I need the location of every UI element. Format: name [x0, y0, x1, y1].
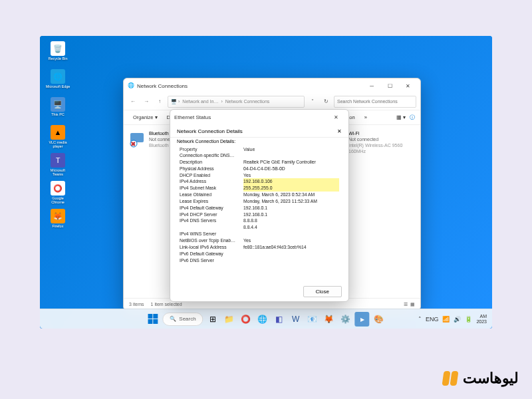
desktop-icon-thispc[interactable]: 🖥️This PC [45, 97, 70, 121]
property-row: Link-local IPv6 Addressfe80::181a:ae04:f… [180, 244, 339, 251]
explorer-icon[interactable]: 📁 [222, 312, 237, 327]
property-row: Physical Address04-D4-C4-DE-5B-0D [180, 166, 339, 172]
app5-icon[interactable]: 🎨 [372, 312, 386, 327]
property-row: 8.8.4.4 [180, 224, 339, 231]
property-row: IPv6 DNS Server [180, 257, 339, 264]
property-row: DescriptionRealtek PCIe GbE Family Contr… [180, 159, 339, 166]
properties-list: Connection-specific DNS…DescriptionRealt… [170, 152, 348, 263]
svg-rect-8 [153, 319, 158, 324]
help-button[interactable]: ⓘ [410, 114, 415, 121]
organize-button[interactable]: Organize ▾ [129, 113, 162, 122]
battery-icon[interactable]: 🔋 [465, 316, 472, 323]
ethernet-status-dialog: Ethernet Status ✕ Network Connection Det… [170, 109, 349, 302]
property-row: Lease ExpiresMonday, March 6, 2023 11:52… [180, 198, 339, 205]
property-row: IPv4 DHCP Server192.168.0.1 [180, 211, 339, 218]
system-tray: ˄ ENG 📶 🔊 🔋 AM 2023 [418, 314, 492, 324]
firefox-taskbar-icon[interactable]: 🦊 [322, 312, 336, 327]
taskbar: 🔍 Search ⊞ 📁 ⭕ 🌐 ◧ W 📧 🦊 ⚙️ ▸ 🎨 ˄ ENG 📶 … [40, 309, 492, 329]
window-title: Network Connections [137, 83, 188, 89]
dialog-title: Ethernet Status [174, 114, 211, 120]
property-row: Connection-specific DNS… [180, 152, 339, 159]
start-button[interactable] [146, 312, 160, 327]
dialog-close-button[interactable]: ✕ [327, 111, 344, 123]
bluetooth-icon: B✖ [129, 130, 146, 148]
network-icon: 🌐 [128, 82, 134, 89]
dropdown-button[interactable]: ˅ [307, 96, 318, 107]
property-header: PropertyValue [170, 145, 348, 152]
dialog-inner-close[interactable]: ✕ [337, 128, 342, 134]
titlebar[interactable]: 🌐 Network Connections ─ ☐ ✕ [124, 78, 420, 93]
close-button[interactable]: Close [303, 286, 342, 297]
maximize-button[interactable]: ☐ [381, 80, 398, 92]
clock[interactable]: AM 2023 [476, 314, 487, 324]
property-row: IPv4 Subnet Mask255.255.255.0 [180, 185, 339, 192]
desktop-icon-vlc[interactable]: ▲VLC media player [45, 125, 70, 149]
property-row: NetBIOS over Tcpip Enab…Yes [180, 237, 339, 244]
property-row: DHCP EnabledYes [180, 172, 339, 179]
view-large-icon[interactable]: ▦ [410, 302, 415, 307]
view-details-icon[interactable]: ☰ [404, 302, 408, 307]
task-view-icon[interactable]: ⊞ [205, 312, 220, 327]
desktop-icon-firefox[interactable]: 🦊Firefox [45, 209, 70, 233]
app-icon[interactable]: ◧ [272, 312, 287, 327]
refresh-button[interactable]: ↻ [321, 96, 331, 107]
property-row: IPv4 WINS Server [180, 231, 339, 237]
app2-icon[interactable]: 📧 [305, 312, 320, 327]
tray-chevron-icon[interactable]: ˄ [418, 316, 422, 323]
svg-text:✖: ✖ [130, 140, 136, 148]
property-row: IPv6 Default Gateway [180, 251, 339, 257]
minimize-button[interactable]: ─ [363, 80, 380, 92]
nav-bar: ← → ↑ 🖥️ › Network and In… › Network Con… [124, 93, 420, 110]
watermark: لیوهاست [442, 370, 519, 387]
property-row: Lease ObtainedMonday, March 6, 2023 0:52… [180, 192, 339, 198]
watermark-logo-icon [442, 370, 459, 387]
more-button[interactable]: » [360, 113, 371, 122]
svg-rect-5 [148, 314, 152, 319]
desktop-icon-chrome[interactable]: ⭕Google Chrome [45, 181, 70, 205]
details-label: Network Connection Details: [170, 138, 348, 145]
dialog-subtitle: Network Connection Details [177, 128, 243, 134]
svg-rect-6 [153, 314, 158, 319]
desktop-icon-edge[interactable]: 🌐Microsoft Edge [45, 69, 70, 93]
breadcrumb[interactable]: 🖥️ › Network and In… › Network Connectio… [168, 96, 305, 108]
desktop-icon-recycle[interactable]: 🗑️Recycle Bin [45, 41, 70, 65]
up-button[interactable]: ↑ [154, 96, 165, 107]
word-icon[interactable]: W [289, 312, 303, 327]
app4-icon[interactable]: ▸ [355, 312, 370, 327]
svg-rect-7 [148, 319, 152, 324]
app3-icon[interactable]: ⚙️ [338, 312, 353, 327]
language-icon[interactable]: ENG [426, 316, 439, 323]
view-icons-button[interactable]: ▦ ▾ [396, 114, 406, 120]
wifi-tray-icon[interactable]: 📶 [442, 316, 450, 323]
desktop-icons: 🗑️Recycle Bin 🌐Microsoft Edge 🖥️This PC … [45, 41, 70, 233]
taskbar-search[interactable]: 🔍 Search [162, 313, 203, 326]
property-row: IPv4 Default Gateway192.168.0.1 [180, 205, 339, 211]
chrome-taskbar-icon[interactable]: ⭕ [239, 312, 253, 327]
search-input[interactable] [334, 96, 416, 108]
dialog-titlebar[interactable]: Ethernet Status ✕ [170, 110, 348, 124]
property-row: IPv4 DNS Servers8.8.8.8 [180, 217, 339, 224]
desktop-wallpaper: 🗑️Recycle Bin 🌐Microsoft Edge 🖥️This PC … [40, 36, 492, 329]
forward-button[interactable]: → [141, 96, 152, 107]
desktop-icon-teams[interactable]: TMicrosoft Teams [45, 153, 70, 177]
edge-taskbar-icon[interactable]: 🌐 [255, 312, 270, 327]
back-button[interactable]: ← [128, 96, 138, 107]
close-button[interactable]: ✕ [399, 80, 416, 92]
volume-icon[interactable]: 🔊 [454, 316, 461, 323]
property-row: IPv4 Address192.168.0.106 [180, 178, 339, 185]
